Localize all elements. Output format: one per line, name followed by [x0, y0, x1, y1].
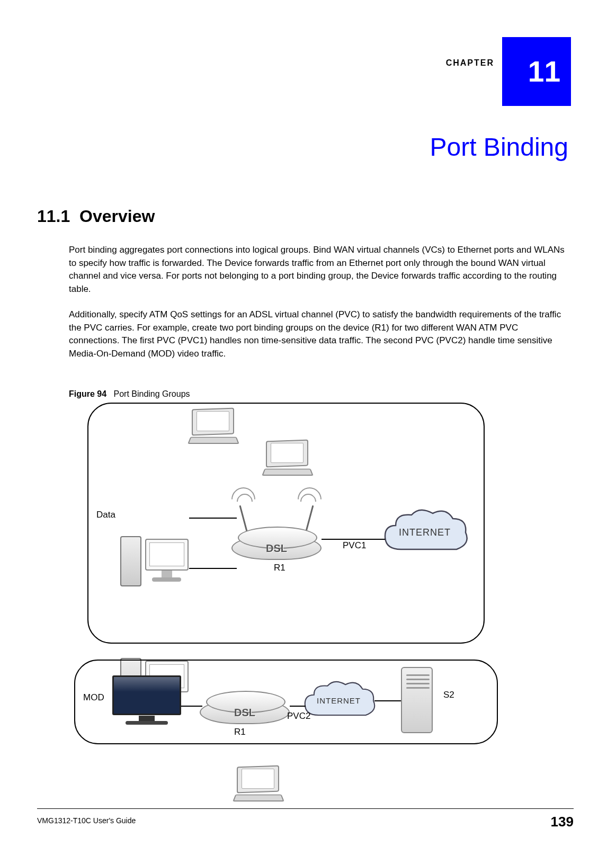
dsl-text: DSL	[201, 707, 289, 719]
router-label-r1: R1	[234, 727, 246, 737]
server-label-s2: S2	[443, 690, 454, 700]
figure-group-mod: DSL INTERNET MOD R1 PVC2 S2	[74, 660, 498, 744]
figure-title: Port Binding Groups	[113, 389, 190, 398]
footer-guide-title: VMG1312-T10C User's Guide	[37, 816, 136, 825]
section-heading: 11.1 Overview	[37, 207, 155, 226]
desktop-pc-icon	[120, 536, 189, 589]
section-title: Overview	[79, 207, 155, 226]
internet-cloud-icon: INTERNET	[300, 679, 377, 724]
dsl-router-icon: DSL	[231, 536, 322, 560]
router-label-r1: R1	[274, 563, 285, 573]
figure-group-data: DSL INTERNET Data R1 PVC1	[87, 403, 485, 644]
figure-caption: Figure 94 Port Binding Groups	[69, 389, 190, 399]
group-label-mod: MOD	[83, 692, 104, 703]
chapter-number: 11	[528, 55, 560, 88]
tv-monitor-icon	[112, 675, 186, 726]
link-label-pvc2: PVC2	[287, 711, 310, 722]
dsl-text: DSL	[233, 542, 320, 555]
chapter-number-box: 11	[502, 37, 571, 106]
chapter-label: CHAPTER	[446, 58, 494, 68]
paragraph-2: Additionally, specify ATM QoS settings f…	[69, 308, 568, 361]
link-label-pvc1: PVC1	[343, 540, 366, 551]
paragraph-1: Port binding aggregates port connections…	[69, 244, 568, 296]
footer-rule	[37, 808, 574, 809]
chapter-title: Port Binding	[430, 132, 569, 162]
footer-page-number: 139	[551, 814, 574, 830]
section-number: 11.1	[37, 207, 70, 226]
internet-cloud-icon: INTERNET	[380, 507, 470, 560]
dsl-router-icon: DSL	[200, 700, 290, 724]
group-label-data: Data	[96, 510, 115, 520]
page: CHAPTER 11 Port Binding 11.1 Overview Po…	[0, 0, 616, 846]
server-icon	[401, 667, 435, 736]
figure-number: Figure 94	[69, 389, 106, 398]
laptop-icon	[234, 769, 282, 801]
laptop-icon	[189, 412, 237, 443]
internet-label: INTERNET	[380, 527, 470, 538]
internet-label: INTERNET	[300, 696, 377, 705]
laptop-icon	[263, 443, 311, 475]
